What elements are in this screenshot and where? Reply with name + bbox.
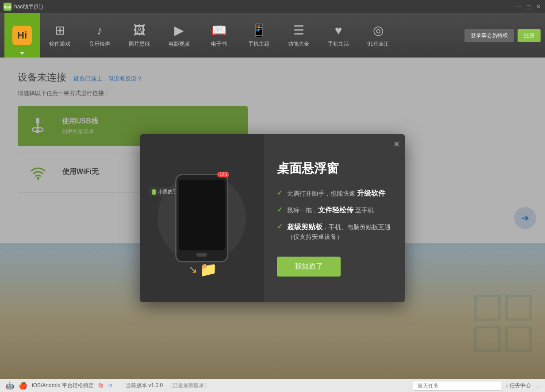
toolbar-item-points[interactable]: ◎ 91积金汇 — [358, 13, 398, 58]
theme-icon: 📱 — [251, 23, 267, 38]
transfer-animation: ↘ 📁 — [188, 261, 217, 278]
feature-1-pre: 无需打开助手，也能快速 — [287, 190, 357, 197]
music-icon: ♪ — [96, 23, 103, 38]
popup-feature-3: ✓ 超级剪贴板，手机、电脑剪贴板互通（仅支持安卓设备） — [277, 222, 392, 242]
toolbar-item-func[interactable]: ☰ 功能大全 — [279, 13, 319, 58]
statusbar: 🤖 🍎 iOS/Android 平台轻松搞定 微 ↺ 当前版本 v1.0.0 （… — [0, 379, 545, 392]
popup-feature-text-3: 超级剪贴板，手机、电脑剪贴板互通（仅支持安卓设备） — [287, 222, 392, 242]
android-icon: 🤖 — [5, 381, 14, 390]
home-icon: Hi — [12, 26, 32, 45]
check-icon-1: ✓ — [277, 188, 283, 197]
func-icon: ☰ — [293, 23, 304, 38]
points-icon: ◎ — [373, 23, 384, 38]
movie-icon: ▶ — [174, 23, 184, 38]
popup-feature-text-1: 无需打开助手，也能快速 升级软件 — [287, 188, 385, 199]
phone-body: 125 — [175, 174, 228, 262]
func-label: 功能大全 — [288, 40, 309, 48]
statusbar-right: ↓ 任务中心 ... — [413, 381, 540, 391]
register-button[interactable]: 注册 — [518, 29, 541, 42]
popup-feature-1: ✓ 无需打开助手，也能快速 升级软件 — [277, 188, 392, 199]
phone-badge: 125 — [217, 172, 229, 177]
refresh-icon[interactable]: ↺ — [108, 383, 112, 389]
movie-label: 电影视频 — [169, 40, 190, 48]
close-button[interactable]: ✕ — [535, 4, 541, 10]
toolbar-item-theme[interactable]: 📱 手机主题 — [239, 13, 279, 58]
theme-label: 手机主题 — [248, 40, 269, 48]
content-area: SUN MON TUE WED THU 2 3 4 5 设备未连接 设备已连上，… — [0, 58, 545, 379]
popup-left-panel: 小黑的手机 125 ↘ 📁 — [140, 134, 264, 302]
life-icon: ♥ — [335, 23, 342, 38]
home-arrow-icon — [20, 52, 24, 55]
weibo-icon[interactable]: 微 — [98, 382, 104, 389]
feature-2-pre: 鼠标一拖， — [287, 207, 318, 214]
photo-icon: 🖼 — [133, 23, 146, 38]
minimize-button[interactable]: — — [516, 4, 522, 10]
popup: ✕ 小黑的手机 125 — [140, 134, 405, 302]
platform-text: iOS/Android 平台轻松搞定 — [32, 382, 94, 389]
latest-label: （已是最新版本） — [167, 382, 210, 389]
apple-icon: 🍎 — [19, 381, 27, 390]
phone-label-dot — [152, 189, 156, 195]
app-logo: hao — [4, 3, 12, 11]
toolbar-item-photo[interactable]: 🖼 照片壁纸 — [119, 13, 159, 58]
feature-2-bold: 文件轻松传 — [318, 206, 353, 214]
toolbar-right: 登录享会员特权 注册 — [464, 29, 541, 42]
photo-label: 照片壁纸 — [129, 40, 150, 48]
arrow-down-icon: ↘ — [188, 263, 197, 276]
check-icon-2: ✓ — [277, 205, 283, 214]
home-icon-text: Hi — [17, 30, 27, 41]
toolbar-item-movie[interactable]: ▶ 电影视频 — [159, 13, 199, 58]
phone-screen — [179, 180, 225, 250]
folder-icon: 📁 — [200, 261, 217, 278]
ebook-label: 电子书 — [211, 40, 227, 48]
check-icon-3: ✓ — [277, 222, 283, 231]
task-center-button[interactable]: ↓ 任务中心 — [506, 382, 531, 389]
toolbar-nav: ⊞ 软件游戏 ♪ 音乐铃声 🖼 照片壁纸 ▶ 电影视频 📖 电子书 📱 手机主题… — [40, 13, 464, 58]
toolbar-item-ebook[interactable]: 📖 电子书 — [199, 13, 239, 58]
toolbar: Hi ⊞ 软件游戏 ♪ 音乐铃声 🖼 照片壁纸 ▶ 电影视频 📖 电子书 📱 手… — [0, 13, 545, 58]
music-label: 音乐铃声 — [89, 40, 110, 48]
toolbar-item-music[interactable]: ♪ 音乐铃声 — [80, 13, 119, 58]
popup-feature-text-2: 鼠标一拖，文件轻松传 至手机 — [287, 205, 374, 215]
feature-3-bold: 超级剪贴板 — [287, 223, 322, 231]
popup-close-button[interactable]: ✕ — [393, 139, 400, 149]
phone-home-button — [196, 253, 207, 257]
task-input[interactable] — [413, 381, 501, 391]
phone-container: 小黑的手机 125 ↘ 📁 — [175, 174, 228, 262]
popup-right-panel: 桌面悬浮窗 ✓ 无需打开助手，也能快速 升级软件 ✓ 鼠标一拖，文件轻松传 至手… — [264, 134, 405, 302]
restore-button[interactable]: □ — [526, 4, 532, 10]
software-icon: ⊞ — [55, 23, 65, 38]
feature-2-post: 至手机 — [353, 207, 374, 214]
app-title: hao助手(91) — [14, 3, 43, 11]
logo-text: hao — [4, 4, 12, 9]
popup-confirm-button[interactable]: 我知道了 — [277, 257, 341, 277]
life-label: 手机生活 — [328, 40, 349, 48]
ebook-icon: 📖 — [211, 23, 227, 38]
titlebar: hao hao助手(91) — □ ✕ — [0, 0, 545, 13]
popup-feature-2: ✓ 鼠标一拖，文件轻松传 至手机 — [277, 205, 392, 215]
feature-1-bold: 升级软件 — [357, 189, 385, 197]
toolbar-item-software[interactable]: ⊞ 软件游戏 — [40, 13, 80, 58]
toolbar-item-life[interactable]: ♥ 手机生活 — [319, 13, 358, 58]
software-label: 软件游戏 — [49, 40, 70, 48]
popup-overlay: ✕ 小黑的手机 125 — [0, 58, 545, 379]
points-label: 91积金汇 — [367, 40, 389, 48]
home-button[interactable]: Hi — [4, 13, 40, 58]
more-options-button[interactable]: ... — [535, 383, 540, 389]
login-button[interactable]: 登录享会员特权 — [464, 29, 514, 42]
task-center-label: ↓ 任务中心 — [506, 382, 531, 389]
version-label: 当前版本 v1.0.0 — [126, 382, 163, 389]
window-controls: — □ ✕ — [516, 4, 541, 10]
popup-title: 桌面悬浮窗 — [277, 160, 392, 177]
